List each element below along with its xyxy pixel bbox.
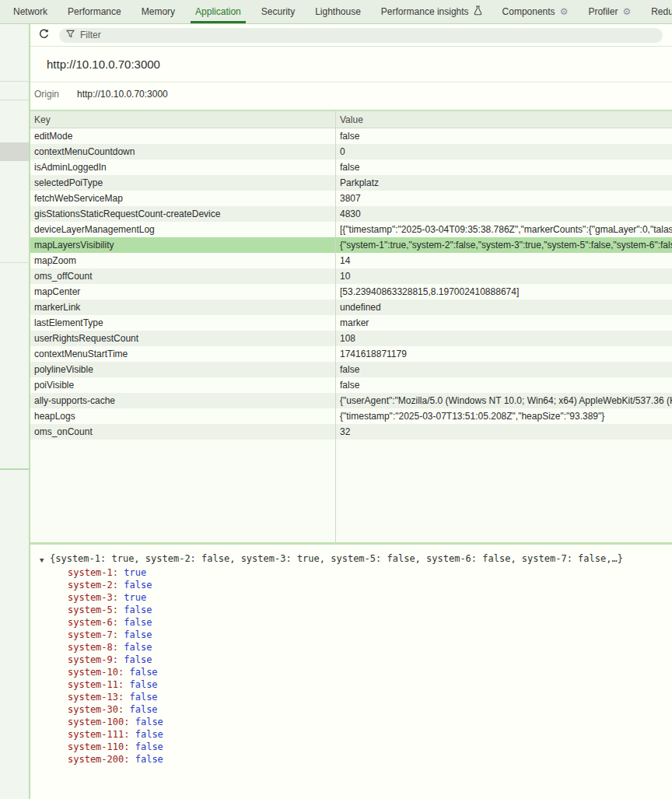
row-value: 10: [335, 271, 672, 282]
row-key: lastElementType: [30, 317, 335, 328]
table-row[interactable]: deviceLayerManagementLog[{"timestamp":"2…: [30, 222, 672, 237]
preview-entry-value: false: [124, 679, 157, 690]
preview-entry-value: false: [118, 642, 152, 653]
storage-toolbar: Filter: [30, 24, 672, 47]
preview-entry-key: system-2:: [68, 580, 118, 590]
tab-profiler[interactable]: Profiler⚙: [578, 0, 641, 23]
value-preview-panel: ▼ {system-1: true, system-2: false, syst…: [30, 545, 672, 799]
tab-label: Performance insights: [381, 6, 469, 17]
preview-entry[interactable]: system-200: false: [40, 753, 672, 766]
row-key: contextMenuCountdown: [30, 146, 335, 157]
preview-entry-value: true: [118, 592, 146, 603]
preview-entry[interactable]: system-2: false: [40, 579, 672, 591]
table-row[interactable]: markerLinkundefined: [30, 300, 672, 315]
preview-entry-value: false: [118, 654, 152, 665]
row-key: mapZoom: [30, 255, 335, 266]
row-value: false: [335, 364, 672, 375]
preview-entry-value: false: [129, 717, 163, 727]
table-row[interactable]: isAdminLoggedInfalse: [30, 159, 672, 175]
preview-entries: system-1: truesystem-2: falsesystem-3: t…: [40, 566, 672, 766]
row-key: contextMenuStartTime: [30, 349, 335, 359]
tab-components[interactable]: Components⚙: [492, 0, 579, 23]
table-row[interactable]: selectedPoiTypeParkplatz: [30, 175, 672, 191]
filter-input[interactable]: Filter: [59, 28, 663, 43]
table-row[interactable]: editModefalse: [30, 128, 672, 144]
preview-entry-key: system-13:: [68, 692, 124, 703]
preview-entry[interactable]: system-13: false: [40, 691, 672, 703]
row-value: false: [335, 162, 672, 173]
column-header-key[interactable]: Key: [30, 114, 335, 125]
table-row[interactable]: mapZoom14: [30, 253, 672, 268]
filter-placeholder: Filter: [80, 30, 101, 40]
tab-memory[interactable]: Memory: [131, 0, 185, 23]
filter-funnel-icon: [66, 30, 75, 40]
tab-redux[interactable]: Redux: [641, 0, 672, 23]
preview-entry[interactable]: system-111: false: [40, 728, 672, 741]
tab-performance[interactable]: Performance: [58, 0, 131, 23]
table-row[interactable]: mapLayersVisibility{"system-1":true,"sys…: [30, 237, 672, 253]
table-row[interactable]: oms_offCount10: [30, 268, 672, 284]
row-value: 14: [335, 255, 672, 266]
tab-label: Components: [502, 6, 555, 17]
row-key: mapLayersVisibility: [30, 240, 335, 251]
preview-entry-key: system-5:: [68, 605, 118, 615]
table-body: editModefalsecontextMenuCountdown0isAdmi…: [30, 128, 672, 440]
table-row[interactable]: oms_onCount32: [30, 424, 672, 440]
table-row[interactable]: mapCenter[53.23940863328815,8.1970024108…: [30, 284, 672, 300]
table-row[interactable]: ally-supports-cache{"userAgent":"Mozilla…: [30, 393, 672, 408]
table-row[interactable]: contextMenuStartTime1741618871179: [30, 346, 672, 362]
table-row[interactable]: heapLogs{"timestamp":"2025-03-07T13:51:0…: [30, 408, 672, 424]
origin-row: Origin http://10.10.0.70:3000: [30, 82, 672, 105]
tab-application[interactable]: Application: [185, 0, 251, 23]
preview-entry[interactable]: system-7: false: [40, 629, 672, 641]
column-divider[interactable]: [335, 111, 336, 542]
tab-lighthouse[interactable]: Lighthouse: [305, 0, 371, 23]
tab-security[interactable]: Security: [251, 0, 305, 23]
row-value: 1741618871179: [335, 349, 672, 359]
preview-entry-key: system-10:: [68, 667, 124, 678]
row-value: [53.23940863328815,8.197002410888674]: [335, 286, 672, 297]
local-storage-panel: Filter http://10.10.0.70:3000 Origin htt…: [30, 24, 672, 799]
preview-summary-text: {system-1: true, system-2: false, system…: [50, 552, 623, 565]
table-row[interactable]: fetchWebServiceMap3807: [30, 191, 672, 206]
tab-performance-insights[interactable]: Performance insights: [371, 0, 492, 23]
origin-value: http://10.10.0.70:3000: [77, 89, 168, 100]
preview-entry[interactable]: system-10: false: [40, 666, 672, 678]
table-row[interactable]: gisStationsStaticRequestCount-createDevi…: [30, 206, 672, 222]
preview-entry[interactable]: system-30: false: [40, 703, 672, 716]
expand-triangle-icon[interactable]: ▼: [40, 552, 50, 566]
preview-entry[interactable]: system-100: false: [40, 716, 672, 728]
preview-entry-value: false: [129, 754, 163, 765]
preview-entry[interactable]: system-6: false: [40, 616, 672, 629]
row-key: deviceLayerManagementLog: [30, 224, 335, 235]
tab-network[interactable]: Network: [3, 0, 58, 23]
preview-entry-value: true: [118, 567, 146, 578]
table-row[interactable]: polylineVisiblefalse: [30, 362, 672, 377]
refresh-button[interactable]: [37, 26, 51, 44]
row-key: selectedPoiType: [30, 177, 335, 188]
preview-entry[interactable]: system-8: false: [40, 641, 672, 654]
key-value-table: Key Value editModefalsecontextMenuCountd…: [30, 110, 672, 545]
preview-entry[interactable]: system-9: false: [40, 654, 672, 666]
preview-entry[interactable]: system-3: true: [40, 591, 672, 604]
preview-entry[interactable]: system-5: false: [40, 604, 672, 616]
preview-entry-value: false: [118, 605, 152, 615]
preview-entry[interactable]: system-1: true: [40, 566, 672, 579]
column-header-value[interactable]: Value: [335, 114, 672, 125]
preview-entry[interactable]: system-11: false: [40, 678, 672, 691]
preview-entry[interactable]: system-110: false: [40, 741, 672, 753]
table-row[interactable]: contextMenuCountdown0: [30, 144, 672, 159]
table-row[interactable]: lastElementTypemarker: [30, 315, 672, 331]
preview-entry-value: false: [118, 580, 152, 590]
preview-entry-key: system-30:: [68, 704, 124, 715]
row-value: {"userAgent":"Mozilla/5.0 (Windows NT 10…: [335, 395, 672, 406]
preview-summary-row[interactable]: ▼ {system-1: true, system-2: false, syst…: [40, 552, 672, 566]
preview-entry-key: system-100:: [68, 717, 129, 727]
row-value: false: [335, 131, 672, 142]
table-row[interactable]: poiVisiblefalse: [30, 377, 672, 393]
table-header: Key Value: [30, 111, 672, 128]
gear-icon: ⚙: [622, 7, 631, 16]
row-key: editMode: [30, 131, 335, 142]
sidebar-strip: [0, 24, 30, 799]
table-row[interactable]: userRightsRequestCount108: [30, 331, 672, 346]
